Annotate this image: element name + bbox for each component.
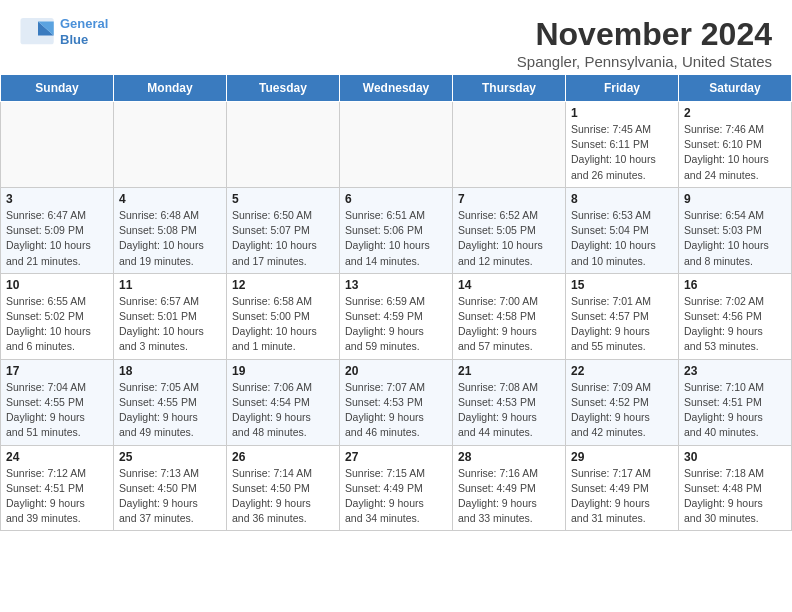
page-header: General Blue November 2024 Spangler, Pen… — [0, 0, 792, 74]
day-detail: Sunrise: 6:50 AM Sunset: 5:07 PM Dayligh… — [232, 208, 334, 269]
calendar-cell: 12Sunrise: 6:58 AM Sunset: 5:00 PM Dayli… — [227, 273, 340, 359]
day-detail: Sunrise: 6:54 AM Sunset: 5:03 PM Dayligh… — [684, 208, 786, 269]
calendar-cell: 26Sunrise: 7:14 AM Sunset: 4:50 PM Dayli… — [227, 445, 340, 531]
calendar-cell: 27Sunrise: 7:15 AM Sunset: 4:49 PM Dayli… — [340, 445, 453, 531]
day-number: 22 — [571, 364, 673, 378]
calendar-cell — [114, 102, 227, 188]
calendar-cell: 24Sunrise: 7:12 AM Sunset: 4:51 PM Dayli… — [1, 445, 114, 531]
calendar-cell: 18Sunrise: 7:05 AM Sunset: 4:55 PM Dayli… — [114, 359, 227, 445]
calendar-cell: 10Sunrise: 6:55 AM Sunset: 5:02 PM Dayli… — [1, 273, 114, 359]
month-title: November 2024 — [517, 16, 772, 53]
day-number: 8 — [571, 192, 673, 206]
weekday-header: Thursday — [453, 75, 566, 102]
calendar-table: SundayMondayTuesdayWednesdayThursdayFrid… — [0, 74, 792, 531]
day-number: 10 — [6, 278, 108, 292]
weekday-header: Friday — [566, 75, 679, 102]
day-number: 16 — [684, 278, 786, 292]
day-number: 1 — [571, 106, 673, 120]
day-number: 15 — [571, 278, 673, 292]
day-detail: Sunrise: 6:55 AM Sunset: 5:02 PM Dayligh… — [6, 294, 108, 355]
calendar-cell: 2Sunrise: 7:46 AM Sunset: 6:10 PM Daylig… — [679, 102, 792, 188]
day-detail: Sunrise: 7:12 AM Sunset: 4:51 PM Dayligh… — [6, 466, 108, 527]
logo-text: General Blue — [60, 16, 108, 47]
logo-icon — [20, 18, 56, 46]
calendar-cell: 8Sunrise: 6:53 AM Sunset: 5:04 PM Daylig… — [566, 187, 679, 273]
day-detail: Sunrise: 6:58 AM Sunset: 5:00 PM Dayligh… — [232, 294, 334, 355]
logo: General Blue — [20, 16, 108, 47]
calendar-cell: 29Sunrise: 7:17 AM Sunset: 4:49 PM Dayli… — [566, 445, 679, 531]
calendar-week-row: 10Sunrise: 6:55 AM Sunset: 5:02 PM Dayli… — [1, 273, 792, 359]
day-number: 11 — [119, 278, 221, 292]
day-detail: Sunrise: 7:05 AM Sunset: 4:55 PM Dayligh… — [119, 380, 221, 441]
weekday-header: Saturday — [679, 75, 792, 102]
day-number: 7 — [458, 192, 560, 206]
day-number: 5 — [232, 192, 334, 206]
day-detail: Sunrise: 6:59 AM Sunset: 4:59 PM Dayligh… — [345, 294, 447, 355]
day-number: 29 — [571, 450, 673, 464]
calendar-cell: 16Sunrise: 7:02 AM Sunset: 4:56 PM Dayli… — [679, 273, 792, 359]
day-detail: Sunrise: 6:53 AM Sunset: 5:04 PM Dayligh… — [571, 208, 673, 269]
calendar-cell: 3Sunrise: 6:47 AM Sunset: 5:09 PM Daylig… — [1, 187, 114, 273]
calendar-cell: 25Sunrise: 7:13 AM Sunset: 4:50 PM Dayli… — [114, 445, 227, 531]
day-number: 24 — [6, 450, 108, 464]
logo-line1: General — [60, 16, 108, 31]
day-detail: Sunrise: 7:10 AM Sunset: 4:51 PM Dayligh… — [684, 380, 786, 441]
day-detail: Sunrise: 7:09 AM Sunset: 4:52 PM Dayligh… — [571, 380, 673, 441]
calendar-cell: 17Sunrise: 7:04 AM Sunset: 4:55 PM Dayli… — [1, 359, 114, 445]
calendar-cell: 14Sunrise: 7:00 AM Sunset: 4:58 PM Dayli… — [453, 273, 566, 359]
weekday-header: Wednesday — [340, 75, 453, 102]
day-number: 18 — [119, 364, 221, 378]
day-number: 14 — [458, 278, 560, 292]
day-number: 30 — [684, 450, 786, 464]
calendar-cell: 19Sunrise: 7:06 AM Sunset: 4:54 PM Dayli… — [227, 359, 340, 445]
calendar-cell: 22Sunrise: 7:09 AM Sunset: 4:52 PM Dayli… — [566, 359, 679, 445]
day-detail: Sunrise: 7:00 AM Sunset: 4:58 PM Dayligh… — [458, 294, 560, 355]
day-detail: Sunrise: 7:02 AM Sunset: 4:56 PM Dayligh… — [684, 294, 786, 355]
day-detail: Sunrise: 6:57 AM Sunset: 5:01 PM Dayligh… — [119, 294, 221, 355]
day-detail: Sunrise: 7:06 AM Sunset: 4:54 PM Dayligh… — [232, 380, 334, 441]
day-detail: Sunrise: 7:08 AM Sunset: 4:53 PM Dayligh… — [458, 380, 560, 441]
day-number: 13 — [345, 278, 447, 292]
location: Spangler, Pennsylvania, United States — [517, 53, 772, 70]
day-detail: Sunrise: 7:45 AM Sunset: 6:11 PM Dayligh… — [571, 122, 673, 183]
day-detail: Sunrise: 7:07 AM Sunset: 4:53 PM Dayligh… — [345, 380, 447, 441]
day-detail: Sunrise: 6:51 AM Sunset: 5:06 PM Dayligh… — [345, 208, 447, 269]
day-number: 21 — [458, 364, 560, 378]
day-detail: Sunrise: 6:52 AM Sunset: 5:05 PM Dayligh… — [458, 208, 560, 269]
day-detail: Sunrise: 7:46 AM Sunset: 6:10 PM Dayligh… — [684, 122, 786, 183]
calendar-cell — [227, 102, 340, 188]
day-detail: Sunrise: 7:01 AM Sunset: 4:57 PM Dayligh… — [571, 294, 673, 355]
calendar-cell: 1Sunrise: 7:45 AM Sunset: 6:11 PM Daylig… — [566, 102, 679, 188]
day-detail: Sunrise: 6:47 AM Sunset: 5:09 PM Dayligh… — [6, 208, 108, 269]
day-detail: Sunrise: 6:48 AM Sunset: 5:08 PM Dayligh… — [119, 208, 221, 269]
weekday-header: Sunday — [1, 75, 114, 102]
day-detail: Sunrise: 7:04 AM Sunset: 4:55 PM Dayligh… — [6, 380, 108, 441]
weekday-header-row: SundayMondayTuesdayWednesdayThursdayFrid… — [1, 75, 792, 102]
day-number: 23 — [684, 364, 786, 378]
calendar-cell — [1, 102, 114, 188]
calendar-cell: 11Sunrise: 6:57 AM Sunset: 5:01 PM Dayli… — [114, 273, 227, 359]
calendar-cell: 21Sunrise: 7:08 AM Sunset: 4:53 PM Dayli… — [453, 359, 566, 445]
day-number: 2 — [684, 106, 786, 120]
day-detail: Sunrise: 7:15 AM Sunset: 4:49 PM Dayligh… — [345, 466, 447, 527]
calendar-cell: 9Sunrise: 6:54 AM Sunset: 5:03 PM Daylig… — [679, 187, 792, 273]
calendar-cell: 6Sunrise: 6:51 AM Sunset: 5:06 PM Daylig… — [340, 187, 453, 273]
day-detail: Sunrise: 7:16 AM Sunset: 4:49 PM Dayligh… — [458, 466, 560, 527]
calendar-week-row: 17Sunrise: 7:04 AM Sunset: 4:55 PM Dayli… — [1, 359, 792, 445]
day-number: 9 — [684, 192, 786, 206]
calendar-cell — [340, 102, 453, 188]
calendar-week-row: 24Sunrise: 7:12 AM Sunset: 4:51 PM Dayli… — [1, 445, 792, 531]
day-number: 27 — [345, 450, 447, 464]
day-detail: Sunrise: 7:13 AM Sunset: 4:50 PM Dayligh… — [119, 466, 221, 527]
day-number: 6 — [345, 192, 447, 206]
day-number: 12 — [232, 278, 334, 292]
calendar-cell: 15Sunrise: 7:01 AM Sunset: 4:57 PM Dayli… — [566, 273, 679, 359]
day-number: 26 — [232, 450, 334, 464]
day-number: 20 — [345, 364, 447, 378]
logo-line2: Blue — [60, 32, 88, 47]
weekday-header: Monday — [114, 75, 227, 102]
calendar-cell: 20Sunrise: 7:07 AM Sunset: 4:53 PM Dayli… — [340, 359, 453, 445]
calendar-cell: 13Sunrise: 6:59 AM Sunset: 4:59 PM Dayli… — [340, 273, 453, 359]
day-detail: Sunrise: 7:18 AM Sunset: 4:48 PM Dayligh… — [684, 466, 786, 527]
title-block: November 2024 Spangler, Pennsylvania, Un… — [517, 16, 772, 70]
